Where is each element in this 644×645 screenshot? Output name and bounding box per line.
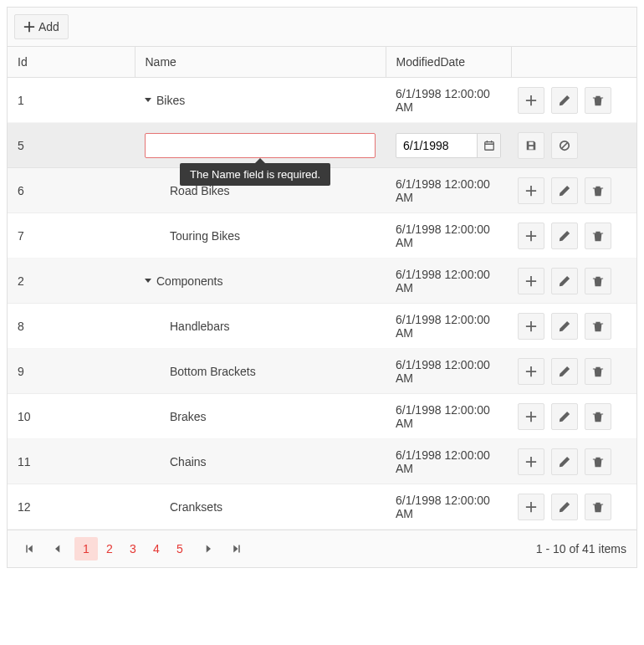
table-row: 10 Brakes 6/1/1998 12:00:00 AM (8, 394, 636, 439)
table-row-editing: 5 The Name field is required. (8, 123, 636, 168)
trash-icon (592, 95, 604, 106)
cell-modified: 6/1/1998 12:00:00 AM (386, 439, 511, 484)
row-delete-button[interactable] (585, 403, 611, 430)
next-page-icon (203, 544, 213, 554)
row-edit-button[interactable] (551, 313, 578, 340)
cell-id: 9 (8, 349, 135, 394)
row-delete-button[interactable] (585, 358, 611, 385)
cell-id: 6 (8, 168, 135, 213)
row-save-button[interactable] (518, 132, 544, 159)
row-edit-button[interactable] (551, 403, 578, 430)
row-delete-button[interactable] (585, 177, 611, 204)
row-add-button[interactable] (518, 313, 544, 340)
row-add-button[interactable] (518, 403, 544, 430)
pencil-icon (559, 501, 570, 513)
row-delete-button[interactable] (585, 448, 611, 475)
cell-name: Components (135, 259, 386, 304)
grid-table: Id Name ModifiedDate 1 Bikes 6/1/1998 12… (8, 47, 636, 530)
cell-id: 5 (8, 123, 135, 168)
save-icon (525, 140, 537, 151)
row-edit-button[interactable] (551, 358, 578, 385)
cancel-icon (559, 140, 570, 151)
name-text: Bottom Brackets (170, 365, 256, 378)
cell-id: 2 (8, 259, 135, 304)
name-input[interactable] (145, 133, 376, 158)
plus-icon (525, 411, 537, 422)
header-name[interactable]: Name (135, 47, 386, 78)
row-delete-button[interactable] (585, 494, 611, 520)
row-delete-button[interactable] (585, 223, 611, 249)
cell-modified: 6/1/1998 12:00:00 AM (386, 213, 511, 259)
pager-next-button[interactable] (197, 537, 220, 561)
table-row: 8 Handlebars 6/1/1998 12:00:00 AM (8, 304, 636, 349)
name-text: Bikes (156, 94, 185, 107)
page-number-button[interactable]: 4 (145, 537, 168, 561)
name-text: Road Bikes (170, 184, 230, 197)
cell-name: Chains (135, 439, 386, 484)
data-grid: Add Id Name ModifiedDate 1 Bikes 6/1/199… (7, 7, 637, 568)
trash-icon (592, 230, 604, 242)
pencil-icon (559, 456, 570, 468)
row-add-button[interactable] (518, 358, 544, 385)
header-actions (511, 47, 636, 78)
cell-id: 1 (8, 78, 135, 123)
row-add-button[interactable] (518, 268, 544, 294)
page-number-button[interactable]: 3 (121, 537, 145, 561)
cell-id: 11 (8, 439, 135, 484)
add-button[interactable]: Add (14, 14, 69, 39)
row-edit-button[interactable] (551, 223, 578, 249)
cell-id: 8 (8, 304, 135, 349)
row-add-button[interactable] (518, 448, 544, 475)
table-row: 12 Cranksets 6/1/1998 12:00:00 AM (8, 484, 636, 530)
table-row: 7 Touring Bikes 6/1/1998 12:00:00 AM (8, 213, 636, 259)
row-add-button[interactable] (518, 494, 544, 520)
row-add-button[interactable] (518, 87, 544, 114)
header-modified[interactable]: ModifiedDate (386, 47, 511, 78)
cell-name: Cranksets (135, 484, 386, 530)
row-add-button[interactable] (518, 223, 544, 249)
row-delete-button[interactable] (585, 313, 611, 340)
page-number-button[interactable]: 2 (98, 537, 121, 561)
row-edit-button[interactable] (551, 87, 578, 114)
row-cancel-button[interactable] (551, 132, 578, 159)
cell-name: Bottom Brackets (135, 349, 386, 394)
row-add-button[interactable] (518, 177, 544, 204)
trash-icon (592, 275, 604, 287)
header-id[interactable]: Id (8, 47, 135, 78)
date-picker-button[interactable] (477, 134, 500, 157)
row-delete-button[interactable] (585, 268, 611, 294)
row-edit-button[interactable] (551, 494, 578, 520)
validation-tooltip: The Name field is required. (180, 163, 330, 186)
name-text: Cranksets (170, 500, 222, 514)
cell-name: Touring Bikes (135, 213, 386, 259)
cell-id: 10 (8, 394, 135, 439)
date-input[interactable] (396, 136, 477, 156)
pager-prev-button[interactable] (46, 537, 69, 561)
row-edit-button[interactable] (551, 177, 578, 204)
row-delete-button[interactable] (585, 87, 611, 114)
first-page-icon (24, 544, 34, 554)
chevron-down-icon[interactable] (145, 279, 151, 283)
trash-icon (592, 320, 604, 332)
trash-icon (592, 411, 604, 422)
cell-modified: 6/1/1998 12:00:00 AM (386, 349, 511, 394)
pencil-icon (559, 185, 570, 197)
trash-icon (592, 366, 604, 377)
pager: 12345 1 - 10 of 41 items (8, 530, 636, 567)
row-edit-button[interactable] (551, 448, 578, 475)
trash-icon (592, 185, 604, 197)
cell-modified: 6/1/1998 12:00:00 AM (386, 168, 511, 213)
page-number-button[interactable]: 5 (168, 537, 192, 561)
chevron-down-icon[interactable] (145, 98, 151, 102)
plus-icon (525, 320, 537, 332)
pager-last-button[interactable] (225, 537, 248, 561)
page-number-button[interactable]: 1 (74, 537, 98, 561)
table-row: 1 Bikes 6/1/1998 12:00:00 AM (8, 78, 636, 123)
pager-first-button[interactable] (18, 537, 41, 561)
cell-name: Bikes (135, 78, 386, 123)
pencil-icon (559, 320, 570, 332)
row-edit-button[interactable] (551, 268, 578, 294)
cell-modified: 6/1/1998 12:00:00 AM (386, 78, 511, 123)
pencil-icon (559, 95, 570, 106)
pencil-icon (559, 411, 570, 422)
